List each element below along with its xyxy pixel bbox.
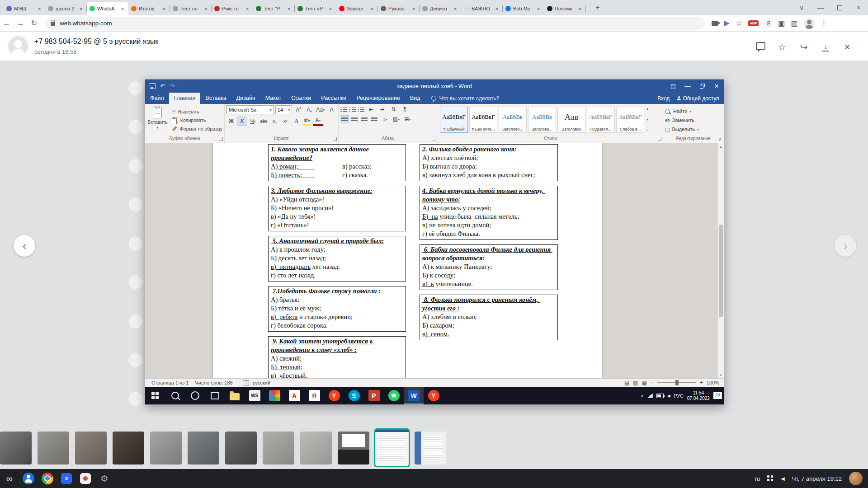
tab-close-icon[interactable] <box>244 6 250 12</box>
shelf-chrome-icon[interactable] <box>38 469 57 488</box>
ribbon-group-clipboard: Вставить ▾ ✂Вырезать Копировать Формат п… <box>145 104 225 143</box>
style-gallery-item: АаБбВвГ Слабое в... <box>616 107 644 133</box>
thumbnail-5[interactable] <box>150 432 182 465</box>
window-maximize-icon[interactable] <box>830 0 849 15</box>
tab-whatsapp[interactable]: WhatsA <box>87 2 128 15</box>
thumbnail-11[interactable] <box>375 430 409 466</box>
thumbnail-6[interactable] <box>188 432 219 465</box>
tab-favicon-icon <box>48 6 53 11</box>
address-bar[interactable]: web.whatsapp.com <box>45 17 705 30</box>
tab-close-icon[interactable] <box>577 6 583 12</box>
taskbar-app-glyph <box>150 390 161 401</box>
word-window-controls: ▤ — × <box>666 80 724 93</box>
gallery-up-icon: ▴ <box>646 107 648 111</box>
thumbnail-8[interactable] <box>263 432 294 465</box>
tab-close-icon[interactable] <box>119 6 126 12</box>
window-minimize-icon[interactable]: — <box>811 0 830 15</box>
sidebar-icon[interactable]: ▥ <box>791 19 797 28</box>
tab-close-icon[interactable] <box>36 6 42 12</box>
tab-close-icon[interactable] <box>535 6 542 12</box>
style-name: Заголово... <box>502 127 523 131</box>
contact-avatar[interactable] <box>8 36 28 56</box>
yandex-extension-icon[interactable]: Я <box>764 20 772 27</box>
forward-message-button[interactable]: ↪ <box>796 39 812 55</box>
next-media-button[interactable]: › <box>835 235 856 257</box>
style-gallery-item: АаБбВвГ Подзагол... <box>587 107 615 133</box>
download-button[interactable]: ↓ <box>817 39 834 55</box>
thumbnail-9[interactable] <box>300 432 332 465</box>
open-chat-button[interactable] <box>752 39 769 55</box>
tab-close-icon[interactable] <box>161 6 167 12</box>
tab-rukovod[interactable]: Руково <box>378 2 420 15</box>
tab-close-icon[interactable] <box>327 6 334 12</box>
close-viewer-button[interactable]: × <box>839 39 855 55</box>
answer-option: Б) повесть; г) сказка. <box>271 171 403 179</box>
thumbnail-7[interactable] <box>225 432 257 465</box>
tab-rim[interactable]: Рим: от <box>212 2 253 15</box>
extensions-puzzle-icon[interactable]: ▣ <box>778 19 785 28</box>
thumbnail-12[interactable] <box>415 432 446 465</box>
tray-clock: 11:5407.04.2022 <box>687 390 710 401</box>
thumbnail-10[interactable] <box>338 432 369 465</box>
answer-option: Б) на улице была сильная метель; <box>422 212 555 221</box>
tab-zerkal[interactable]: Зеркал <box>336 2 378 15</box>
media-image-word-screenshot[interactable]: ↶ ↷ ▾ задание теплый хлеб - Word ▤ — × Ф… <box>145 79 724 405</box>
scissors-icon: ✂ <box>172 108 176 114</box>
taskbar-app-glyph <box>191 391 199 400</box>
network-icon <box>647 394 653 398</box>
adblock-extension-icon[interactable]: АВР <box>748 20 759 26</box>
new-tab-button[interactable]: + <box>592 2 603 13</box>
answer-option: в) «Да ну тебя»! <box>271 212 403 221</box>
media-thumbnail-strip <box>0 429 446 467</box>
page-indicator: Страница 1 из 1 <box>151 380 189 385</box>
reload-button[interactable]: ↻ <box>27 19 41 28</box>
previous-media-button[interactable]: ‹ <box>14 235 35 257</box>
tab-itog[interactable]: Итогов <box>128 2 170 15</box>
media-cast-icon[interactable] <box>712 21 718 26</box>
window-close-icon[interactable]: × <box>849 0 868 15</box>
star-message-button[interactable]: ☆ <box>774 39 790 55</box>
tab-close-icon[interactable] <box>452 6 458 12</box>
tab-close-icon[interactable] <box>410 6 417 12</box>
tab-close-icon[interactable] <box>78 6 84 12</box>
thumbnail-3[interactable] <box>75 432 107 465</box>
tab-school[interactable]: школа 2 <box>45 2 87 15</box>
shelf-contacts-icon[interactable] <box>19 469 38 488</box>
tab-search-icon[interactable]: ∨ <box>792 0 811 15</box>
tab-mesh[interactable]: МЭШ <box>4 2 45 15</box>
tell-me-text: Что вы хотите сделать? <box>439 95 499 102</box>
thumbnail-1[interactable] <box>0 432 32 465</box>
answer-text: Б) выгнал со двора; <box>422 163 477 170</box>
thumbnail-2[interactable] <box>38 432 69 465</box>
send-icon[interactable] <box>724 21 730 26</box>
tab-bobmo[interactable]: Bob Mo <box>503 2 544 15</box>
word-ribbon-tabs: Файл Главная Вставка Дизайн Макет Ссылки… <box>145 93 724 104</box>
answer-option: г) белобокая сорока. <box>271 321 403 330</box>
browser-menu-icon[interactable]: ⋮ <box>821 19 828 28</box>
shelf-settings-icon[interactable]: ⚙ <box>95 469 114 488</box>
bookmark-star-icon[interactable]: ☆ <box>736 19 742 28</box>
tab-close-icon[interactable] <box>286 6 292 12</box>
tab-close-icon[interactable] <box>369 6 375 12</box>
thumbnail-4[interactable] <box>113 432 144 465</box>
tab-deniso[interactable]: Денисо <box>420 2 461 15</box>
zoom-slider <box>657 382 696 383</box>
shelf-docs-icon[interactable]: ≡ <box>57 469 76 488</box>
cut-button: ✂Вырезать <box>172 107 222 116</box>
tab-close-icon[interactable] <box>203 6 209 12</box>
profile-avatar[interactable] <box>804 18 815 29</box>
ribbon-tab: Рассылки <box>316 93 351 104</box>
tab-test-r1[interactable]: Тест "Р <box>253 2 295 15</box>
forward-button[interactable]: → <box>14 19 27 28</box>
tab-test-po[interactable]: Тест по <box>170 2 212 15</box>
tab-test-r2[interactable]: Тест «Р <box>295 2 336 15</box>
shelf-app-glyph: ≡ <box>61 473 72 484</box>
shelf-launcher-icon[interactable]: ∞ <box>0 469 19 488</box>
shelf-status-area[interactable]: ru ◀ Чт, 7 апреля 19:12 <box>755 472 868 485</box>
tab-vazhno[interactable]: ВАЖНО <box>461 2 503 15</box>
back-button[interactable]: ← <box>0 19 14 28</box>
tab-pochemu[interactable]: Почему <box>544 2 586 15</box>
tab-close-icon[interactable] <box>494 6 500 12</box>
answer-text: А) свежий; <box>271 355 302 362</box>
shelf-app-icon[interactable] <box>76 469 95 488</box>
